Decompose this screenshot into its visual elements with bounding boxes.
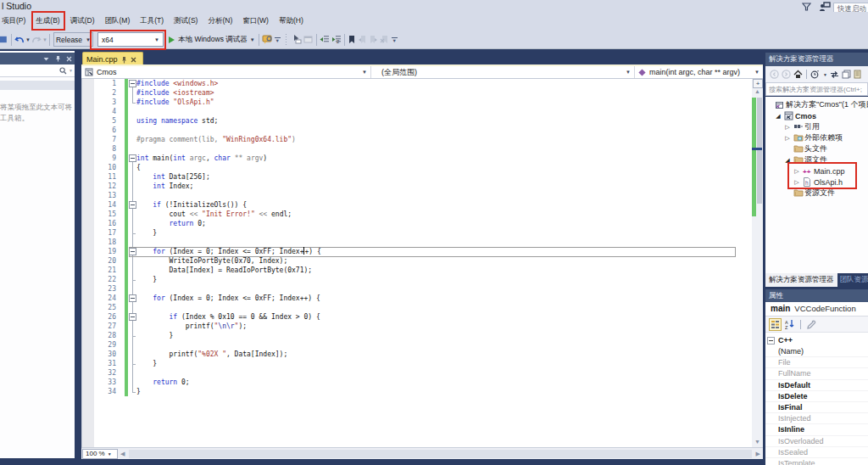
close-tab-icon[interactable] xyxy=(131,57,136,63)
categorized-button[interactable] xyxy=(769,318,782,331)
code-line-33[interactable]: return 0; xyxy=(136,378,190,387)
pending-changes-filter-icon[interactable] xyxy=(810,70,821,79)
code-line-21[interactable]: Data[Index] = ReadIoPortByte(0x71); xyxy=(136,266,312,275)
toolbar-grip[interactable] xyxy=(285,34,288,46)
configuration-combo[interactable]: Release ▼ xyxy=(53,32,93,47)
start-debug-button[interactable]: 本地 Windows 调试器 ▼ xyxy=(166,35,257,45)
toggle-bookmark-icon[interactable] xyxy=(347,32,357,48)
vertical-scrollbar-thumb[interactable] xyxy=(757,98,762,204)
fold-collapse-box[interactable] xyxy=(129,80,136,87)
code-line-30[interactable]: printf("%02X ", Data[Index]); xyxy=(136,350,287,359)
solution-explorer-title[interactable]: 解决方案资源管理器 xyxy=(765,53,868,66)
code-line-2[interactable]: #include <iostream> xyxy=(136,88,214,98)
menu-item-test[interactable]: 测试(S) xyxy=(172,14,199,29)
code-line-7[interactable]: #pragma comment(lib, "WinRing0x64.lib") xyxy=(136,135,296,144)
fold-collapse-box[interactable] xyxy=(129,294,136,302)
collapse-arrow-icon[interactable]: ◢ xyxy=(775,113,782,120)
window-layout-icon[interactable] xyxy=(303,32,314,48)
code-line-12[interactable]: int Index; xyxy=(136,182,193,191)
properties-object-row[interactable]: main VCCodeFunction xyxy=(765,302,868,317)
indent-increase-icon[interactable]: 2 xyxy=(331,32,342,48)
code-line-5[interactable]: using namespace std; xyxy=(136,116,218,126)
code-line-20[interactable]: WriteIoPortByte(0x70, Index); xyxy=(136,256,287,266)
property-row-isoverloaded[interactable]: IsOverloaded xyxy=(765,436,868,447)
code-line-24[interactable]: for (Index = 0; Index <= 0xFF; Index++) … xyxy=(136,294,320,303)
next-bookmark-icon[interactable] xyxy=(368,32,379,48)
scroll-up-arrow[interactable]: ▲ xyxy=(752,88,763,94)
feedback-funnel-icon[interactable] xyxy=(802,3,811,11)
nav-project-dropdown[interactable]: Cmos ▼ xyxy=(81,66,370,78)
code-line-34[interactable]: } xyxy=(136,387,141,396)
property-row-istemplate[interactable]: IsTemplate xyxy=(765,458,868,465)
code-line-22[interactable]: } xyxy=(136,275,157,284)
property-category-row[interactable]: C++ xyxy=(765,334,868,346)
toolbar-clipped-icon[interactable] xyxy=(0,35,9,44)
property-row-isdelete[interactable]: IsDelete xyxy=(765,391,868,402)
scroll-down-arrow[interactable]: ▼ xyxy=(752,439,763,445)
property-row-isinline[interactable]: IsInline xyxy=(765,424,868,435)
code-line-26[interactable]: if (Index % 0x10 == 0 && Index > 0) { xyxy=(136,312,320,322)
forward-icon[interactable] xyxy=(782,70,791,79)
toolbar-overflow-button[interactable]: ▼ xyxy=(392,37,398,42)
code-line-31[interactable]: } xyxy=(136,359,157,368)
navigate-comment-icon[interactable] xyxy=(261,32,273,48)
pin-icon[interactable] xyxy=(54,55,61,62)
tree-item-headers[interactable]: 头文件 xyxy=(784,143,827,154)
code-line-11[interactable]: int Data[256]; xyxy=(136,172,210,182)
code-line-15[interactable]: cout << "Init Error!" << endl; xyxy=(136,210,292,219)
property-row-fullname[interactable]: FullName xyxy=(765,368,868,379)
code-line-3[interactable]: #include "OlsApi.h" xyxy=(136,98,214,107)
fold-collapse-box[interactable] xyxy=(129,313,136,321)
toolbox-title-bar[interactable] xyxy=(0,53,75,64)
expand-arrow-icon[interactable]: ▷ xyxy=(784,135,791,142)
sync-with-active-document-icon[interactable] xyxy=(830,70,839,79)
clear-bookmarks-icon[interactable] xyxy=(379,32,390,48)
code-line-9[interactable]: int main(int argc, char ** argv) xyxy=(136,154,267,163)
code-line-17[interactable]: } xyxy=(136,228,157,238)
horizontal-scrollbar-thumb[interactable] xyxy=(129,450,751,458)
code-line-27[interactable]: printf("\n\r"); xyxy=(136,322,247,331)
property-row-isfinal[interactable]: IsFinal xyxy=(765,402,868,413)
redo-dropdown-arrow[interactable]: ▼ xyxy=(42,37,47,42)
nav-scope-dropdown[interactable]: (全局范围) ▼ xyxy=(371,66,634,78)
tab-team-explorer[interactable]: 团队资源 xyxy=(837,273,868,287)
menu-item-help[interactable]: 帮助(H) xyxy=(277,14,305,29)
toolbox-search-box[interactable]: ▼ xyxy=(0,64,75,77)
property-pages-icon[interactable] xyxy=(806,320,816,329)
zoom-control[interactable]: 100 % ▼ xyxy=(82,449,118,459)
menu-item-analyze[interactable]: 分析(N) xyxy=(206,14,234,29)
code-line-1[interactable]: #include <windows.h> xyxy=(136,79,218,88)
home-icon[interactable] xyxy=(793,70,803,79)
menu-item-team[interactable]: 团队(M) xyxy=(103,14,132,29)
window-position-icon[interactable] xyxy=(43,57,49,61)
property-row-issealed[interactable]: IsSealed xyxy=(765,447,868,458)
properties-icon[interactable] xyxy=(854,70,861,79)
code-line-14[interactable]: if (!InitializeOls()) { xyxy=(136,200,247,210)
code-folding-margin[interactable] xyxy=(129,79,136,447)
select-pointer-icon[interactable] xyxy=(291,32,303,48)
scroll-right-arrow[interactable]: ▶ xyxy=(754,451,763,457)
properties-title[interactable]: 属性 xyxy=(765,289,868,302)
tab-solution-explorer[interactable]: 解决方案资源管理器 xyxy=(765,273,837,287)
fold-collapse-box[interactable] xyxy=(129,201,136,209)
menu-item-debug[interactable]: 调试(D) xyxy=(69,14,97,29)
collapse-category-icon[interactable] xyxy=(767,337,775,345)
property-row-file[interactable]: File xyxy=(765,357,868,368)
solution-explorer-search[interactable]: 搜索解决方案资源管理器(Ctrl+; xyxy=(765,82,868,96)
back-icon[interactable] xyxy=(770,70,779,79)
property-row-name[interactable]: (Name) xyxy=(765,346,868,357)
search-options-arrow[interactable]: ▼ xyxy=(69,68,73,73)
alphabetical-button[interactable]: AZ xyxy=(785,319,795,329)
tree-item-references[interactable]: ▷引用 xyxy=(784,121,820,132)
property-row-isdefault[interactable]: IsDefault xyxy=(765,380,868,391)
scroll-left-arrow[interactable]: ◀ xyxy=(118,451,127,457)
nav-member-dropdown[interactable]: main(int argc, char ** argv) ▼ xyxy=(635,66,763,78)
tree-item-extdeps[interactable]: ▷外部依赖项 xyxy=(784,132,843,143)
tree-item-cmos[interactable]: ◢Cmos xyxy=(775,110,816,121)
menu-item-tools[interactable]: 工具(T) xyxy=(138,14,165,29)
toolbox-group-header[interactable] xyxy=(0,81,75,90)
redo-button[interactable] xyxy=(31,32,42,48)
fold-collapse-box[interactable] xyxy=(129,154,136,162)
prev-bookmark-icon[interactable] xyxy=(357,32,368,48)
close-icon[interactable] xyxy=(66,56,72,62)
